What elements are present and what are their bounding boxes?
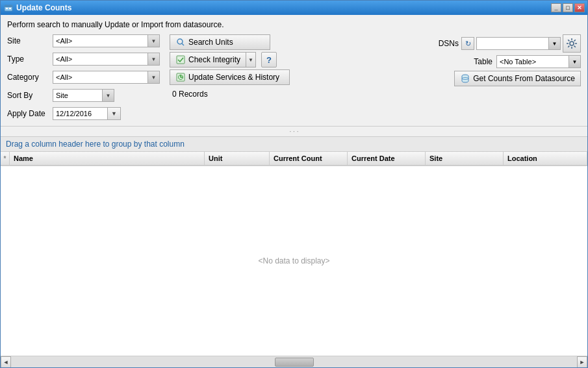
get-counts-button[interactable]: Get Counts From Datasource <box>454 71 581 86</box>
svg-point-4 <box>177 39 183 44</box>
update-services-label: Update Services & History <box>188 73 279 82</box>
dsn-controls: ↻ ▼ <box>461 34 581 53</box>
dsn-gear-button[interactable] <box>563 34 581 53</box>
sort-by-row: Sort By Site Name Type Category ▼ <box>7 89 160 102</box>
update-services-row: Update Services & History <box>170 69 290 85</box>
scroll-right-button[interactable]: ► <box>577 356 587 368</box>
check-integrity-row: Check Integrity ▼ ? <box>170 52 290 67</box>
window-title: Update Counts <box>16 3 551 12</box>
grid-header: * Name Unit Current Count Current Date S… <box>1 152 587 166</box>
scroll-track[interactable] <box>11 356 577 368</box>
current-count-column-header[interactable]: Current Count <box>270 152 348 165</box>
site-dropdown[interactable]: <All> <box>53 35 159 47</box>
maximize-button[interactable]: □ <box>563 3 573 12</box>
sort-by-dropdown[interactable]: Site Name Type Category <box>53 90 114 101</box>
check-integrity-button[interactable]: Check Integrity <box>170 52 246 67</box>
apply-date-row: Apply Date ▼ <box>7 107 160 120</box>
search-units-label: Search Units <box>188 38 233 47</box>
type-dropdown[interactable]: <All> <box>53 53 159 65</box>
info-button[interactable]: ? <box>261 52 277 67</box>
name-column-header[interactable]: Name <box>10 152 205 165</box>
main-grid-area: Drag a column header here to group by th… <box>1 136 587 367</box>
site-select[interactable]: <All> ▼ <box>53 34 160 47</box>
category-select[interactable]: <All> ▼ <box>53 71 160 84</box>
category-row: Category <All> ▼ <box>7 71 160 84</box>
get-counts-container: Get Counts From Datasource <box>413 71 581 86</box>
table-dropdown[interactable]: <No Table> <box>497 56 580 67</box>
instruction-text: Perform search to manually Update or Imp… <box>7 20 581 29</box>
check-integrity-dropdown[interactable]: ▼ <box>246 52 256 67</box>
dsns-label: DSNs <box>439 39 459 48</box>
table-label: Table <box>474 57 492 66</box>
svg-rect-3 <box>9 8 11 9</box>
content-area: Perform search to manually Update or Imp… <box>1 15 587 367</box>
apply-date-label: Apply Date <box>7 109 53 118</box>
pin-column-header: * <box>1 152 10 165</box>
top-form-area: Site <All> ▼ Type <All> <box>7 34 581 123</box>
site-row: Site <All> ▼ <box>7 34 160 47</box>
svg-line-14 <box>568 40 569 41</box>
records-count: 0 Records <box>170 90 290 99</box>
category-dropdown[interactable]: <All> <box>53 71 159 83</box>
type-select[interactable]: <All> ▼ <box>53 53 160 66</box>
search-icon <box>175 37 186 47</box>
svg-rect-2 <box>6 8 8 9</box>
dsn-refresh-button[interactable]: ↻ <box>461 37 474 50</box>
svg-line-5 <box>182 43 184 45</box>
current-date-column-header[interactable]: Current Date <box>348 152 426 165</box>
site-label: Site <box>7 36 53 45</box>
date-dropdown-button[interactable]: ▼ <box>108 107 121 120</box>
apply-date-input[interactable] <box>53 107 108 120</box>
divider: · · · <box>1 127 587 136</box>
get-counts-label: Get Counts From Datasource <box>473 74 575 83</box>
no-data-text: <No data to display> <box>258 256 329 265</box>
scroll-thumb[interactable] <box>275 358 314 367</box>
svg-rect-1 <box>5 5 12 7</box>
horizontal-scrollbar[interactable]: ◄ ► <box>1 356 587 367</box>
location-column-header[interactable]: Location <box>504 152 587 165</box>
dsn-select[interactable]: ▼ <box>476 37 561 50</box>
scroll-left-button[interactable]: ◄ <box>1 356 11 368</box>
update-services-button[interactable]: Update Services & History <box>170 69 290 85</box>
svg-line-17 <box>568 46 569 47</box>
search-units-row: Search Units <box>170 34 290 50</box>
table-row-form: Table <No Table> ▼ <box>413 55 581 68</box>
sort-by-label: Sort By <box>7 91 53 100</box>
check-integrity-label: Check Integrity <box>188 55 240 64</box>
main-window: Update Counts _ □ ✕ Perform search to ma… <box>0 0 588 368</box>
title-bar: Update Counts _ □ ✕ <box>1 1 587 15</box>
dsn-section: DSNs ↻ ▼ <box>413 34 581 123</box>
middle-buttons: Search Units <box>170 34 290 123</box>
title-bar-controls: _ □ ✕ <box>551 3 585 12</box>
site-column-header[interactable]: Site <box>426 152 504 165</box>
grid-body: <No data to display> <box>1 166 587 356</box>
check-icon <box>175 55 186 65</box>
check-integrity-split: Check Integrity ▼ <box>170 52 256 67</box>
update-icon <box>175 72 186 82</box>
search-units-button[interactable]: Search Units <box>170 34 270 50</box>
svg-line-15 <box>574 46 576 47</box>
sort-by-select[interactable]: Site Name Type Category ▼ <box>53 89 114 102</box>
window-icon <box>3 3 14 13</box>
group-area-text: Drag a column header here to group by th… <box>6 140 185 149</box>
type-label: Type <box>7 55 53 64</box>
svg-line-16 <box>574 40 576 41</box>
dsn-dropdown[interactable] <box>477 38 560 49</box>
svg-point-9 <box>570 42 574 45</box>
top-panel: Perform search to manually Update or Imp… <box>1 15 587 127</box>
type-row: Type <All> ▼ <box>7 53 160 66</box>
date-field[interactable] <box>56 108 105 119</box>
table-select[interactable]: <No Table> ▼ <box>496 55 581 68</box>
unit-column-header[interactable]: Unit <box>205 152 270 165</box>
group-area: Drag a column header here to group by th… <box>1 136 587 152</box>
db-icon <box>460 73 470 84</box>
svg-rect-6 <box>177 56 185 64</box>
close-button[interactable]: ✕ <box>574 3 585 12</box>
minimize-button[interactable]: _ <box>551 3 561 12</box>
category-label: Category <box>7 73 53 82</box>
left-form: Site <All> ▼ Type <All> <box>7 34 160 123</box>
